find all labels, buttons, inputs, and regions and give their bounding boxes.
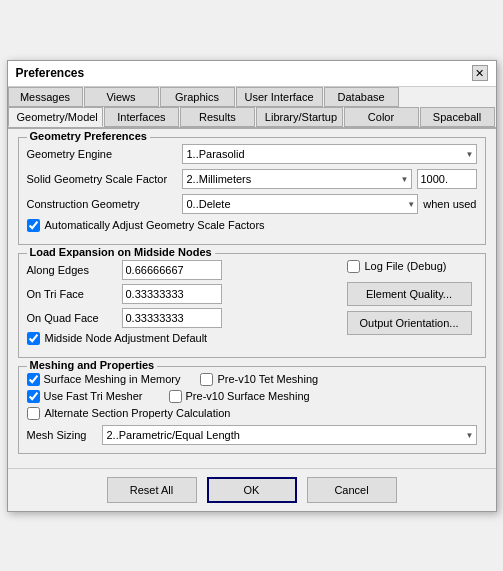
surface-mem-checkbox[interactable] — [27, 373, 40, 386]
tab-user-interface[interactable]: User Interface — [236, 87, 323, 107]
fast-tri-label: Use Fast Tri Mesher — [44, 390, 143, 402]
reset-all-button[interactable]: Reset All — [107, 477, 197, 503]
cancel-button[interactable]: Cancel — [307, 477, 397, 503]
tab-geometry-model[interactable]: Geometry/Model — [8, 107, 103, 127]
tab-container: Messages Views Graphics User Interface D… — [8, 87, 496, 129]
load-expansion-cols: Along Edges On Tri Face On Quad Face Mid… — [27, 260, 477, 349]
prev10-tet-checkbox[interactable] — [200, 373, 213, 386]
close-button[interactable]: ✕ — [472, 65, 488, 81]
mesh-sizing-label: Mesh Sizing — [27, 429, 102, 441]
element-quality-button[interactable]: Element Quality... — [347, 282, 472, 306]
alternate-label: Alternate Section Property Calculation — [45, 407, 231, 419]
tab-graphics[interactable]: Graphics — [160, 87, 235, 107]
prev10-tet-item: Pre-v10 Tet Meshing — [200, 373, 318, 386]
construction-select-wrapper: 0..Delete — [182, 194, 419, 214]
construction-select[interactable]: 0..Delete — [182, 194, 419, 214]
auto-adjust-row: Automatically Adjust Geometry Scale Fact… — [27, 219, 477, 232]
prev10-tet-label: Pre-v10 Tet Meshing — [217, 373, 318, 385]
geometry-prefs-title: Geometry Preferences — [27, 130, 150, 142]
ok-button[interactable]: OK — [207, 477, 297, 503]
alternate-checkbox[interactable] — [27, 407, 40, 420]
meshing-row-2: Use Fast Tri Mesher Pre-v10 Surface Mesh… — [27, 390, 477, 403]
mesh-sizing-select[interactable]: 2..Parametric/Equal Length — [102, 425, 477, 445]
tab-library-startup[interactable]: Library/Startup — [256, 107, 343, 127]
on-tri-input[interactable] — [122, 284, 222, 304]
geometry-engine-row: Geometry Engine 1..Parasolid — [27, 144, 477, 164]
tab-results[interactable]: Results — [180, 107, 255, 127]
content-area: Geometry Preferences Geometry Engine 1..… — [8, 129, 496, 468]
on-tri-label: On Tri Face — [27, 288, 122, 300]
meshing-title: Meshing and Properties — [27, 359, 158, 371]
output-orientation-button[interactable]: Output Orientation... — [347, 311, 472, 335]
load-expansion-right: Log File (Debug) Element Quality... Outp… — [347, 260, 477, 349]
on-quad-input[interactable] — [122, 308, 222, 328]
mesh-sizing-select-wrapper: 2..Parametric/Equal Length — [102, 425, 477, 445]
mesh-sizing-row: Mesh Sizing 2..Parametric/Equal Length — [27, 425, 477, 445]
geometry-prefs-group: Geometry Preferences Geometry Engine 1..… — [18, 137, 486, 245]
scale-factor-select-wrapper: 2..Millimeters — [182, 169, 412, 189]
geometry-engine-label: Geometry Engine — [27, 148, 182, 160]
window-title: Preferences — [16, 66, 85, 80]
bottom-bar: Reset All OK Cancel — [8, 468, 496, 511]
scale-factor-select[interactable]: 2..Millimeters — [182, 169, 412, 189]
auto-adjust-label: Automatically Adjust Geometry Scale Fact… — [45, 219, 265, 231]
midside-row: Midside Node Adjustment Default — [27, 332, 337, 345]
tab-color[interactable]: Color — [344, 107, 419, 127]
scale-factor-label: Solid Geometry Scale Factor — [27, 173, 182, 185]
geometry-engine-select[interactable]: 1..Parasolid — [182, 144, 477, 164]
scale-factor-row: Solid Geometry Scale Factor 2..Millimete… — [27, 169, 477, 189]
construction-suffix: when used — [423, 198, 476, 210]
surface-mem-label: Surface Meshing in Memory — [44, 373, 181, 385]
fast-tri-checkbox[interactable] — [27, 390, 40, 403]
auto-adjust-checkbox[interactable] — [27, 219, 40, 232]
fast-tri-item: Use Fast Tri Mesher — [27, 390, 143, 403]
along-edges-row: Along Edges — [27, 260, 337, 280]
tab-spaceball[interactable]: Spaceball — [420, 107, 495, 127]
prev10-surf-item: Pre-v10 Surface Meshing — [169, 390, 310, 403]
log-file-checkbox[interactable] — [347, 260, 360, 273]
load-expansion-title: Load Expansion on Midside Nodes — [27, 246, 215, 258]
log-file-label: Log File (Debug) — [365, 260, 447, 272]
load-expansion-left: Along Edges On Tri Face On Quad Face Mid… — [27, 260, 337, 349]
surface-mem-item: Surface Meshing in Memory — [27, 373, 181, 386]
on-quad-label: On Quad Face — [27, 312, 122, 324]
tab-database[interactable]: Database — [324, 87, 399, 107]
alternate-row: Alternate Section Property Calculation — [27, 407, 477, 420]
tab-messages[interactable]: Messages — [8, 87, 83, 107]
meshing-row-1: Surface Meshing in Memory Pre-v10 Tet Me… — [27, 373, 477, 386]
load-expansion-group: Load Expansion on Midside Nodes Along Ed… — [18, 253, 486, 358]
scale-factor-input[interactable] — [417, 169, 477, 189]
along-edges-label: Along Edges — [27, 264, 122, 276]
construction-geometry-label: Construction Geometry — [27, 198, 182, 210]
prev10-surf-label: Pre-v10 Surface Meshing — [186, 390, 310, 402]
preferences-window: Preferences ✕ Messages Views Graphics Us… — [7, 60, 497, 512]
tab-row-2: Geometry/Model Interfaces Results Librar… — [8, 107, 496, 127]
log-file-row: Log File (Debug) — [347, 260, 477, 273]
midside-checkbox[interactable] — [27, 332, 40, 345]
along-edges-input[interactable] — [122, 260, 222, 280]
construction-geometry-row: Construction Geometry 0..Delete when use… — [27, 194, 477, 214]
tab-interfaces[interactable]: Interfaces — [104, 107, 179, 127]
title-bar: Preferences ✕ — [8, 61, 496, 87]
midside-label: Midside Node Adjustment Default — [45, 332, 208, 344]
tab-views[interactable]: Views — [84, 87, 159, 107]
geometry-engine-select-wrapper: 1..Parasolid — [182, 144, 477, 164]
tab-row-1: Messages Views Graphics User Interface D… — [8, 87, 496, 107]
on-quad-row: On Quad Face — [27, 308, 337, 328]
on-tri-row: On Tri Face — [27, 284, 337, 304]
prev10-surf-checkbox[interactable] — [169, 390, 182, 403]
meshing-group: Meshing and Properties Surface Meshing i… — [18, 366, 486, 454]
